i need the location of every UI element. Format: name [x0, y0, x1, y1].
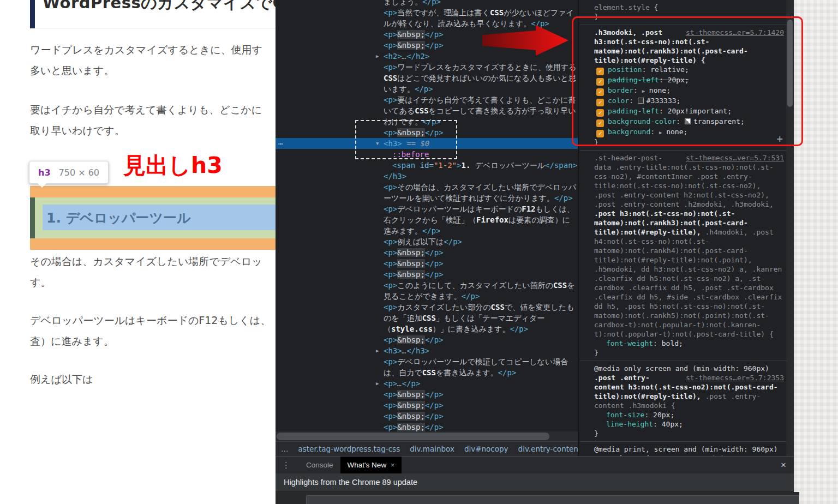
- close-icon[interactable]: ×: [391, 461, 394, 469]
- dom-tree-node[interactable]: のを「追加CSS」もしくは「テーマエディター: [276, 313, 579, 323]
- close-icon[interactable]: ×: [781, 457, 786, 474]
- dom-tree-node[interactable]: <p>&nbsp;</p>: [276, 400, 579, 411]
- title-underline: [35, 28, 276, 28]
- dom-tree-node[interactable]: <p>その場合は、カスタマイズしたい場所でデベロッパ: [276, 182, 579, 193]
- css-rule-line[interactable]: .h5modoki, dd h3:not(.st-css-no2) a, .ka…: [580, 265, 794, 274]
- stylesheet-source-link[interactable]: st-themecss…ver=5.7:531: [686, 153, 784, 163]
- css-rule-line[interactable]: .clearfix dd h5, #side .st-cardbox .clea…: [580, 292, 794, 302]
- dom-tree-node[interactable]: ーツールを開いて検証すればすぐに分かります。</p>: [276, 193, 579, 203]
- css-rule-line[interactable]: .post h3:not(.st-css-no):not(.st-: [580, 209, 794, 218]
- css-rule-line[interactable]: element.style {: [580, 3, 794, 12]
- css-rule-line[interactable]: title):not(#reply-title), .h4modoki, .po…: [580, 227, 794, 237]
- expand-arrow-icon[interactable]: ▶: [376, 345, 379, 356]
- dom-tree-node[interactable]: 右クリックから「検証」（Firefoxは要素の調査）に: [276, 214, 579, 225]
- paragraph-line: ワードプレスをカスタマイズするときに、使用す: [30, 39, 276, 60]
- dom-tree-node[interactable]: <p>デベロッパーツールで検証してコピーしない場合: [276, 356, 579, 367]
- dom-tree-node[interactable]: <span id="1-2">1. デベロッパーツール</span>: [276, 160, 579, 171]
- dom-tree-node[interactable]: <p>ワードプレスをカスタマイズするときに、使用する: [276, 62, 579, 73]
- dom-tree-node[interactable]: <p>&nbsp;</p>: [276, 334, 579, 345]
- dom-tree-node[interactable]: CSSはどこで発見すればいいのか気になる人も多いと思: [276, 73, 579, 83]
- css-rule-line[interactable]: dd h5, .post h5:not(.st-css-no):not(.st-: [580, 302, 794, 311]
- dom-tree-node[interactable]: <p>&nbsp;</p>: [276, 258, 579, 269]
- dom-tree-node[interactable]: <p>当然ですが、理論上は書くCSSが少ないほどファイ: [276, 7, 579, 18]
- dom-tree-node[interactable]: いてあるCSSをコピーして書き換える方が手っ取り早い: [276, 105, 579, 116]
- dom-tree-node[interactable]: <p>&nbsp;</p>: [276, 247, 579, 258]
- css-rule-line[interactable]: }: [580, 348, 794, 357]
- inspect-highlight-margin-bottom: [30, 238, 276, 250]
- dom-tree-node[interactable]: 見ることができます。</p>: [276, 291, 579, 302]
- horizontal-scrollbar-thumb[interactable]: [277, 433, 549, 440]
- css-rule-line[interactable]: matome):not(.rankh3):not(.post-card-: [580, 218, 794, 227]
- css-rule-line[interactable]: content h3:not(.st-css-no2):not(.post-ca…: [580, 382, 794, 392]
- paragraph-line: す。: [30, 272, 276, 292]
- dom-tree-node[interactable]: <p>&nbsp;</p>: [276, 389, 579, 400]
- css-rule-line[interactable]: title:not(.st-css-no):not(.st-css-no2),: [580, 181, 794, 190]
- css-rule-line[interactable]: matome):not(.rankh5):not(.point):not(.st…: [580, 311, 794, 320]
- dom-tree-node[interactable]: <p>このようにして、カスタマイズしたい箇所のCSSを: [276, 280, 579, 291]
- drawer-tab-what-s-new[interactable]: What's New×: [340, 457, 402, 474]
- breadcrumb-item[interactable]: …: [281, 445, 289, 453]
- css-rule-line[interactable]: }: [580, 429, 794, 438]
- whats-new-content-box: [306, 495, 799, 504]
- drawer-tab-bar: ⋮ ConsoleWhat's New× ×: [276, 456, 794, 473]
- article-paragraph: 要はイチから自分で考えて書くよりも、どこかに取り早いわけです。: [30, 99, 276, 141]
- dom-tree-node[interactable]: <p>&nbsp;</p>: [276, 422, 579, 433]
- dom-tree-node[interactable]: ▶<p>…</p>: [276, 378, 579, 389]
- breadcrumb-item[interactable]: div.entry-content: [518, 445, 579, 453]
- css-rule-line[interactable]: .post .entry-st-themecss…er=5.7:2353: [580, 373, 794, 382]
- tooltip-dimensions: 750 × 60: [59, 167, 99, 178]
- whats-new-header: Highlights from the Chrome 89 update: [276, 473, 794, 492]
- css-rule-line[interactable]: .clearfix dd h5:not(.st-css-no2) a, .st-: [580, 274, 794, 283]
- paragraph-line: 多いと思います。: [30, 60, 276, 81]
- red-annotation-text: 見出しh3: [123, 151, 223, 181]
- css-rule-line[interactable]: font-size: 20px;: [580, 410, 794, 419]
- css-rule-line[interactable]: cardbox .clearfix dd h5, .post .st-cardb…: [580, 283, 794, 292]
- css-rule-line[interactable]: line-height: 40px;: [580, 419, 794, 429]
- dom-tree-node[interactable]: <p>デベロッパーツールはキーボードのF12もしくは、: [276, 203, 579, 214]
- paragraph-line: デベロッパーツールはキーボードのF12もしくは、: [30, 310, 276, 331]
- dom-tree-node[interactable]: <p>&nbsp;</p>: [276, 411, 579, 422]
- css-rule-line[interactable]: font-weight: bold;: [580, 339, 794, 348]
- css-rule-section: @media only screen and (min-width: 960px…: [580, 361, 794, 442]
- drawer-tab-console[interactable]: Console: [299, 457, 340, 474]
- css-rule-line[interactable]: .post .entry-content h2:not(.st-css-no2)…: [580, 190, 794, 200]
- dom-tree-node[interactable]: <p>例えば以下は</p>: [276, 236, 579, 247]
- css-rule-line[interactable]: content .h3modoki {: [580, 401, 794, 410]
- dom-tree-node[interactable]: ましょう。</p>: [276, 0, 579, 7]
- dom-tree-node[interactable]: </h3>: [276, 171, 579, 182]
- dom-tree-node[interactable]: は、自力でCSSを書き込みます。</p>: [276, 367, 579, 378]
- dom-tree-node[interactable]: （style.css）」に書き込みます。</p>: [276, 323, 579, 334]
- dom-tree-node[interactable]: 進みます。</p>: [276, 225, 579, 236]
- stylesheet-source-link[interactable]: st-themecss…er=5.7:2353: [686, 373, 784, 382]
- css-rule-line[interactable]: data .entry-title:not(.st-css-no):not(.s…: [580, 163, 794, 172]
- css-rule-line[interactable]: t):not(.popular-t):not(.post-card-title)…: [580, 329, 794, 339]
- breadcrumb-item[interactable]: div#nocopy: [464, 445, 508, 453]
- red-arrow-annotation: [482, 23, 570, 58]
- kebab-menu-icon[interactable]: ⋮: [282, 460, 290, 470]
- css-rule-line[interactable]: matome):not(.rankh4):not(.post-card-: [580, 246, 794, 255]
- paragraph-line: その場合は、カスタマイズしたい場所でデベロッ: [30, 251, 276, 272]
- expand-arrow-icon[interactable]: ▶: [376, 51, 379, 62]
- dom-tree-node[interactable]: <p>カスタマイズしたい部分のCSSで、値を変更したも: [276, 302, 579, 313]
- paragraph-line: 取り早いわけです。: [30, 120, 276, 141]
- css-rule-line[interactable]: .post .entry-content .h2modoki, .h3modok…: [580, 200, 794, 209]
- dom-tree-node[interactable]: <p>&nbsp;</p>: [276, 269, 579, 280]
- css-rule-line[interactable]: cardbox-t):not(.popular-t):not(.kanren-: [580, 320, 794, 329]
- dom-tree-node[interactable]: <p>要はイチから自分で考えて書くよりも、どこかに書: [276, 94, 579, 105]
- inspected-h3-heading: 1. デベロッパーツール: [46, 209, 191, 227]
- css-rule-line[interactable]: h4:not(.st-css-no):not(.st-: [580, 237, 794, 246]
- css-rule-line[interactable]: @media only screen and (min-width: 960px…: [580, 364, 794, 373]
- breadcrumb-item[interactable]: aster.tag-wordpress.tag-css: [298, 445, 400, 453]
- drawer-tabs-container: ConsoleWhat's New×: [299, 457, 402, 474]
- css-rule-line[interactable]: .st-header-post-st-themecss…ver=5.7:531: [580, 153, 794, 163]
- expand-arrow-icon[interactable]: ▶: [376, 378, 379, 389]
- css-rule-line[interactable]: title):not(#reply-title):not(.point),: [580, 255, 794, 265]
- inspect-tooltip: h3 750 × 60: [29, 161, 109, 184]
- horizontal-scrollbar[interactable]: [276, 431, 579, 441]
- breadcrumb-item[interactable]: div.mainbox: [410, 445, 454, 453]
- css-rule-line[interactable]: title):not(#reply-title), .post .entry-: [580, 392, 794, 401]
- dom-tree-node[interactable]: ▶<h3>…</h3>: [276, 345, 579, 356]
- css-rule-line[interactable]: @media print, screen and (min-width: 960…: [580, 445, 794, 454]
- css-rule-line[interactable]: css-no2), #contentInner .post .entry-: [580, 172, 794, 181]
- dom-tree-node[interactable]: います。</p>: [276, 83, 579, 94]
